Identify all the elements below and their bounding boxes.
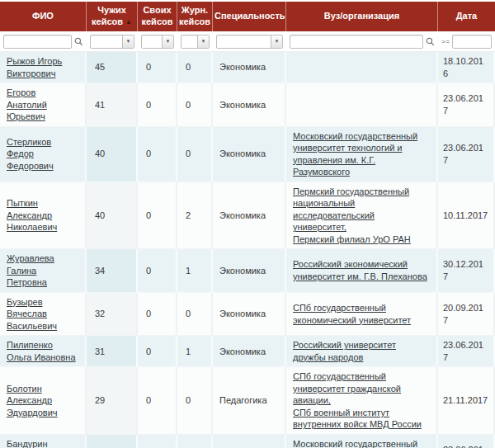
own-cases-filter-select[interactable]: ▼	[141, 35, 174, 49]
others-cases-cell: 31	[87, 336, 138, 367]
fio-cell: Пыткин Александр Николаевич	[0, 182, 87, 250]
organization-cell: Московский государственный институт инду…	[286, 435, 438, 448]
chevron-down-icon: ▼	[162, 35, 173, 48]
specialty-cell: Экономика	[213, 249, 286, 293]
table-row: Пилипенко Ольга Ивановна 31 0 1 Экономик…	[0, 336, 495, 367]
column-label: Чужих кейсов	[92, 5, 126, 26]
organization-link[interactable]: Московский государственный институт инду…	[293, 439, 429, 448]
column-label: Специальность	[214, 11, 285, 21]
fio-cell: Рыжов Игорь Викторович	[0, 52, 87, 83]
column-header-specialty[interactable]: Специальность	[213, 2, 286, 31]
chevron-down-icon: ▼	[197, 35, 209, 48]
own-cases-cell: 0	[138, 293, 177, 337]
person-link[interactable]: Болотин Александр Эдуардович	[7, 384, 58, 417]
organization-filter-input[interactable]	[290, 35, 423, 49]
fio-cell: Пилипенко Ольга Ивановна	[0, 336, 87, 367]
date-cell: 10.11.2017	[438, 182, 495, 250]
person-link[interactable]: Бандурин Александр Владимирович	[7, 439, 69, 448]
journal-cases-filter-select[interactable]: ▼	[181, 35, 210, 49]
organization-link[interactable]: Пермский государственный национальный ис…	[293, 186, 409, 233]
organization-link[interactable]: СПб государственный университет гражданс…	[293, 371, 401, 405]
others-cases-filter-cell: ▼	[87, 31, 138, 52]
journal-cases-cell: 1	[177, 336, 213, 367]
column-header-others-cases[interactable]: Чужих кейсов▲	[87, 2, 138, 31]
fio-cell: Бандурин Александр Владимирович	[0, 435, 87, 448]
own-cases-cell: 0	[138, 182, 177, 250]
person-link[interactable]: Пыткин Александр Николаевич	[7, 198, 57, 232]
date-operator-label: >=	[441, 38, 450, 45]
specialty-cell: Экономика	[213, 293, 286, 337]
search-icon	[426, 37, 435, 46]
column-header-fio[interactable]: ФИО	[0, 2, 87, 31]
column-header-organization[interactable]: Вуз/организация	[286, 2, 438, 31]
chevron-down-icon: ▼	[122, 35, 134, 48]
own-cases-cell: 0	[138, 367, 177, 435]
data-table: ФИО Чужих кейсов▲ Своих кейсов Журн. кей…	[0, 2, 495, 448]
column-label: Дата	[456, 11, 477, 21]
fio-filter-input[interactable]	[3, 35, 72, 49]
journal-cases-cell: 0	[177, 127, 213, 182]
header-row: ФИО Чужих кейсов▲ Своих кейсов Журн. кей…	[0, 2, 495, 31]
date-cell: 23.06.2017	[438, 435, 495, 448]
specialty-cell: Экономика	[213, 127, 286, 182]
journal-cases-cell: 0	[177, 435, 213, 448]
own-cases-cell: 0	[138, 83, 177, 127]
date-filter-cell: >=	[438, 31, 495, 52]
search-icon	[74, 37, 83, 46]
organization-link[interactable]: Пермский филиал УрО РАН	[293, 234, 411, 244]
organization-link[interactable]: Российский экономический университет им.…	[293, 259, 427, 281]
specialty-cell: Экономика	[213, 435, 286, 448]
specialty-filter-cell: ▼	[213, 31, 286, 52]
organization-cell: Российский экономический университет им.…	[286, 249, 438, 293]
person-link[interactable]: Рыжов Игорь Викторович	[7, 56, 62, 78]
column-label: Журн. кейсов	[179, 5, 210, 26]
journal-cases-cell: 0	[177, 52, 213, 83]
fio-cell: Егоров Анатолий Юрьевич	[0, 83, 87, 127]
others-cases-cell: 32	[87, 293, 138, 337]
others-cases-filter-select[interactable]: ▼	[90, 35, 134, 49]
person-link[interactable]: Егоров Анатолий Юрьевич	[7, 87, 47, 121]
organization-link[interactable]: СПб государственный экономический универ…	[293, 303, 411, 325]
table-row: Рыжов Игорь Викторович 45 0 0 Экономика …	[0, 52, 495, 83]
others-cases-cell: 29	[87, 367, 138, 435]
date-filter-input[interactable]	[452, 35, 492, 49]
others-cases-cell: 40	[87, 182, 138, 250]
journal-cases-cell: 0	[177, 367, 213, 435]
person-link[interactable]: Пилипенко Ольга Ивановна	[7, 340, 76, 362]
person-link[interactable]: Стерликов Федор Федорович	[7, 137, 54, 171]
organization-link[interactable]: СПб военный институт внутренних войск МВ…	[293, 408, 422, 430]
table-row: Пыткин Александр Николаевич 40 0 2 Эконо…	[0, 182, 495, 250]
date-cell: 23.06.2017	[438, 83, 495, 127]
cases-ranking-table: ФИО Чужих кейсов▲ Своих кейсов Журн. кей…	[0, 0, 495, 448]
table-row: Егоров Анатолий Юрьевич 41 0 0 Экономика…	[0, 83, 495, 127]
organization-cell: Пермский государственный национальный ис…	[286, 182, 438, 250]
filter-row: ▼ ▼ ▼ ▼ >=	[0, 31, 495, 52]
date-cell: 30.12.2017	[438, 249, 495, 293]
person-link[interactable]: Журавлева Галина Петровна	[7, 253, 54, 287]
own-cases-cell: 0	[138, 336, 177, 367]
organization-link[interactable]: Российский университет дружбы народов	[293, 340, 396, 362]
table-row: Бузырев Вячеслав Васильевич 32 0 0 Эконо…	[0, 293, 495, 337]
fio-cell: Стерликов Федор Федорович	[0, 127, 87, 182]
column-header-own-cases[interactable]: Своих кейсов	[138, 2, 177, 31]
organization-cell	[286, 52, 438, 83]
others-cases-cell: 34	[87, 249, 138, 293]
column-header-journal-cases[interactable]: Журн. кейсов	[177, 2, 213, 31]
person-link[interactable]: Бузырев Вячеслав Васильевич	[7, 297, 57, 331]
organization-cell: Московский государственный университет т…	[286, 127, 438, 182]
table-row: Болотин Александр Эдуардович 29 0 0 Педа…	[0, 367, 495, 435]
organization-cell: Российский университет дружбы народов	[286, 336, 438, 367]
others-cases-cell: 29	[87, 435, 138, 448]
column-label: ФИО	[32, 11, 54, 21]
specialty-cell: Педагогика	[213, 367, 286, 435]
journal-cases-cell: 0	[177, 83, 213, 127]
organization-link[interactable]: Московский государственный университет т…	[293, 131, 417, 177]
organization-cell: СПб государственный университет гражданс…	[286, 367, 438, 435]
column-header-date[interactable]: Дата	[438, 2, 495, 31]
fio-cell: Бузырев Вячеслав Васильевич	[0, 293, 87, 337]
others-cases-cell: 41	[87, 83, 138, 127]
journal-cases-cell: 2	[177, 182, 213, 250]
fio-cell: Журавлева Галина Петровна	[0, 249, 87, 293]
date-cell: 23.06.2017	[438, 127, 495, 182]
specialty-filter-select[interactable]: ▼	[216, 35, 283, 49]
